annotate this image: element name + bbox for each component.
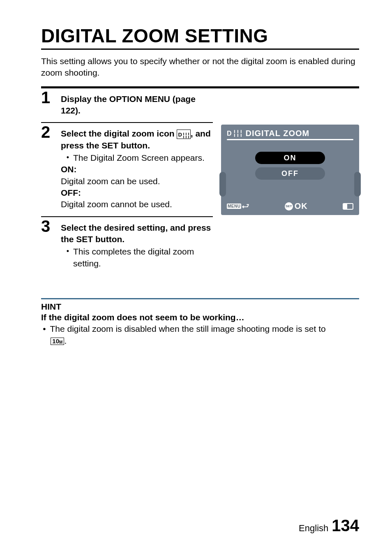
screen-header: D ╎╎╎ DIGITAL ZOOM <box>227 129 353 138</box>
option-on[interactable]: ON <box>255 152 325 164</box>
step-3-lead: Select the desired setting, and press th… <box>61 223 211 244</box>
screen-illustration: D ╎╎╎ DIGITAL ZOOM ON OFF MENU ⮐ SET OK <box>221 125 359 269</box>
option-off[interactable]: OFF <box>255 167 325 180</box>
step-1-body: Display the OPTION MENU (page 122). <box>61 89 213 117</box>
step-2-on-label: ON: <box>61 164 77 174</box>
set-ok[interactable]: SET OK <box>285 201 308 211</box>
screen-options: ON OFF <box>227 152 353 180</box>
menu-back[interactable]: MENU ⮐ <box>227 202 249 211</box>
hint-rule <box>41 298 359 299</box>
rule-above-step3 <box>41 216 213 217</box>
screen-header-text: DIGITAL ZOOM <box>246 129 310 138</box>
battery-fill <box>344 204 347 209</box>
mode-10m-sub: M <box>59 340 62 345</box>
step-2-number: 2 <box>41 124 53 140</box>
hint-text-a: The digital zoom is disabled when the st… <box>50 324 325 333</box>
hint-subheading: If the digital zoom does not seem to be … <box>41 312 359 322</box>
screen-header-icon-d: D <box>227 130 232 137</box>
bullet-dot: • <box>66 152 70 164</box>
screen-header-underline <box>227 139 353 140</box>
step-3-bullet: This completes the digital zoom setting. <box>73 246 213 269</box>
mode-10m-num: 10 <box>52 338 59 345</box>
digital-zoom-icon: D╎╎╎ <box>177 130 190 139</box>
step-2-lead-a: Select the digital zoom icon <box>61 129 177 138</box>
step-1-text: Display the OPTION MENU (page 122). <box>61 94 196 115</box>
digital-zoom-icon-d: D <box>178 132 182 138</box>
footer-page-number: 134 <box>332 516 359 535</box>
step-3: 3 Select the desired setting, and press … <box>41 218 213 269</box>
screen-header-icon: D ╎╎╎ <box>227 130 242 137</box>
intro-text: This setting allows you to specify wheth… <box>41 56 359 79</box>
step-1: 1 Display the OPTION MENU (page 122). <box>41 89 213 117</box>
menu-label: MENU <box>227 204 241 209</box>
step-3-number: 3 <box>41 218 53 234</box>
step-2-on-text: Digital zoom can be used. <box>61 176 160 186</box>
bullet-dot: • <box>41 323 48 335</box>
ok-label: OK <box>295 201 308 211</box>
rule-above-step2 <box>41 122 213 123</box>
screen-edge-right <box>354 172 361 197</box>
page-footer: English 134 <box>299 516 359 535</box>
digital-zoom-icon-bars: ╎╎╎ <box>182 132 189 139</box>
step-2-off-label: OFF: <box>61 188 81 197</box>
step-3-body: Select the desired setting, and press th… <box>61 218 213 269</box>
step-2-body: Select the digital zoom icon D╎╎╎ , and … <box>61 124 213 210</box>
step-2-off-text: Digital zoom cannot be used. <box>61 199 172 209</box>
set-badge-icon: SET <box>285 202 293 211</box>
page-title: DIGITAL ZOOM SETTING <box>41 25 359 47</box>
battery-icon <box>343 203 353 210</box>
bullet-dot: • <box>66 246 70 269</box>
step-2-bullet: The Digital Zoom Screen appears. <box>73 152 213 164</box>
screen-footer: MENU ⮐ SET OK <box>227 201 353 211</box>
hint-text-b: . <box>64 336 67 345</box>
screen-header-icon-bars: ╎╎╎ <box>233 130 242 137</box>
screen-edge-left <box>219 172 226 197</box>
hint-heading: HINT <box>41 302 359 312</box>
step-1-number: 1 <box>41 89 53 106</box>
rule-above-step1 <box>41 86 359 88</box>
footer-language: English <box>299 523 328 534</box>
camera-screen: D ╎╎╎ DIGITAL ZOOM ON OFF MENU ⮐ SET OK <box>221 125 359 215</box>
back-arrow-icon: ⮐ <box>242 202 249 211</box>
mode-10m-icon: 10M <box>51 338 64 345</box>
hint-body: • The digital zoom is disabled when the … <box>41 323 359 347</box>
step-2: 2 Select the digital zoom icon D╎╎╎ , an… <box>41 124 213 210</box>
title-underline <box>41 49 359 50</box>
